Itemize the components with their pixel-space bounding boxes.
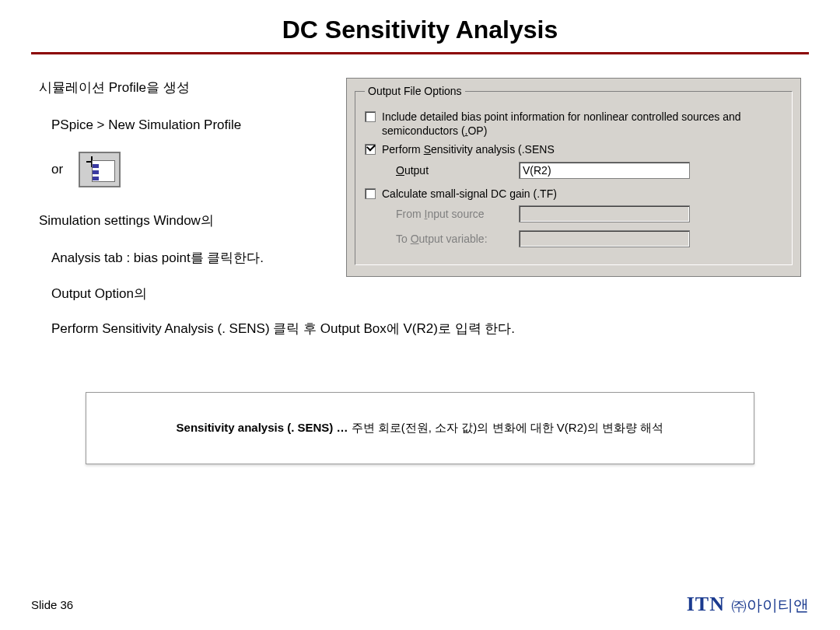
sens-output-input[interactable]: V(R2) — [519, 162, 690, 179]
slide-footer: Slide 36 ITN ㈜아이티앤 — [31, 593, 809, 616]
option-calc-tf[interactable]: Calculate small-signal DC gain (.TF) — [365, 187, 782, 201]
brand: ITN ㈜아이티앤 — [687, 593, 809, 616]
instr-or: or — [51, 159, 63, 180]
tf-to-row: To Output variable: — [396, 230, 782, 247]
title-divider — [31, 52, 809, 54]
brand-ko: ㈜아이티앤 — [731, 595, 809, 616]
group-legend: Output File Options — [365, 85, 465, 97]
option-tf-label: Calculate small-signal DC gain (.TF) — [382, 187, 782, 201]
option-op-label: Include detailed bias point information … — [382, 110, 782, 138]
option-perform-sensitivity[interactable]: Perform Sensitivity analysis (.SENS — [365, 142, 782, 156]
tf-from-input — [519, 205, 690, 222]
option-sens-label: Perform Sensitivity analysis (.SENS — [382, 142, 782, 156]
tf-from-row: From Input source — [396, 205, 782, 222]
brand-en: ITN — [687, 593, 725, 616]
instr-line5: Output Option의 — [39, 285, 801, 303]
new-simulation-profile-icon — [79, 152, 121, 187]
tf-to-input — [519, 230, 690, 247]
sens-output-row: Output V(R2) — [396, 162, 782, 179]
instr-line3: Simulation settings Window의 — [39, 211, 327, 231]
instr-line1: 시뮬레이션 Profile을 생성 — [39, 78, 327, 98]
option-include-detailed-bias[interactable]: Include detailed bias point information … — [365, 110, 782, 138]
tf-to-label: To Output variable: — [396, 233, 513, 245]
output-file-options-dialog: Output File Options Include detailed bia… — [346, 78, 801, 277]
checkbox-sens[interactable] — [365, 144, 376, 155]
checkbox-tf[interactable] — [365, 188, 376, 199]
tf-from-label: From Input source — [396, 208, 513, 220]
instr-line6: Perform Sensitivity Analysis (. SENS) 클릭… — [39, 320, 801, 338]
slide-title: DC Sensitivity Analysis — [0, 16, 840, 44]
instr-line2: PSpice > New Simulation Profile — [39, 115, 327, 135]
output-file-options-group: Output File Options Include detailed bia… — [355, 85, 793, 265]
instr-line4: Analysis tab : bias point를 클릭한다. — [39, 248, 327, 268]
callout-rest: 주변 회로(전원, 소자 값)의 변화에 대한 V(R2)의 변화량 해석 — [348, 421, 664, 434]
instructions-lower: Output Option의 Perform Sensitivity Analy… — [39, 285, 801, 338]
instructions-block: 시뮬레이션 Profile을 생성 PSpice > New Simulatio… — [39, 78, 327, 268]
callout-box: Sensitivity analysis (. SENS) … 주변 회로(전원… — [86, 392, 754, 464]
slide-number: Slide 36 — [31, 598, 73, 611]
callout-lead: Sensitivity analysis (. SENS) … — [177, 421, 348, 434]
sens-output-label: Output — [396, 164, 513, 177]
checkbox-op[interactable] — [365, 111, 376, 122]
